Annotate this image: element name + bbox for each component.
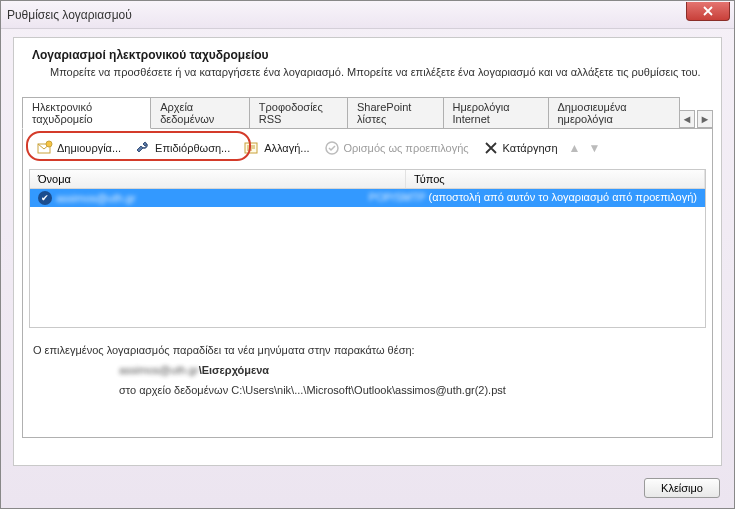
new-mail-icon	[37, 140, 53, 156]
tab-scroll: ◄ ►	[679, 110, 713, 128]
x-icon	[483, 140, 499, 156]
delivery-label: Ο επιλεγμένος λογαριασμός παραδίδει τα ν…	[33, 344, 702, 356]
repair-label: Επιδιόρθωση...	[155, 142, 230, 154]
new-account-label: Δημιουργία...	[57, 142, 121, 154]
content-panel: Λογαριασμοί ηλεκτρονικού ταχυδρομείου Μπ…	[13, 37, 722, 466]
change-label: Αλλαγή...	[264, 142, 309, 154]
delivery-inbox-folder: \Εισερχόμενα	[199, 364, 270, 376]
wrench-icon	[135, 140, 151, 156]
svg-point-1	[46, 141, 52, 147]
move-down-button[interactable]: ▼	[585, 141, 603, 155]
tab-internet-calendars[interactable]: Ημερολόγια Internet	[443, 97, 549, 128]
cell-name: ✔ assimos@uth.gr	[30, 189, 361, 207]
account-type-prefix: POP/SMTP	[369, 191, 429, 203]
remove-button[interactable]: Κατάργηση	[477, 137, 564, 159]
tab-data-files[interactable]: Αρχεία δεδομένων	[150, 97, 250, 128]
new-account-button[interactable]: Δημιουργία...	[31, 137, 127, 159]
cell-type: POP/SMTP (αποστολή από αυτόν το λογαριασ…	[361, 189, 705, 207]
account-name: assimos@uth.gr	[56, 192, 136, 204]
close-dialog-button[interactable]: Κλείσιμο	[644, 478, 720, 498]
check-circle-icon	[324, 140, 340, 156]
move-up-button[interactable]: ▲	[566, 141, 584, 155]
list-body[interactable]: ✔ assimos@uth.gr POP/SMTP (αποστολή από …	[30, 189, 705, 327]
account-type-suffix: (αποστολή από αυτόν το λογαριασμό από πρ…	[429, 191, 697, 203]
delivery-path: στο αρχείο δεδομένων C:\Users\nik\...\Mi…	[119, 384, 702, 396]
toolbar: Δημιουργία... Επιδιόρθωση... Αλλαγή...	[29, 135, 706, 161]
repair-button[interactable]: Επιδιόρθωση...	[129, 137, 236, 159]
tab-scroll-left[interactable]: ◄	[679, 110, 695, 128]
tab-sharepoint[interactable]: SharePoint λίστες	[347, 97, 444, 128]
heading-subtitle: Μπορείτε να προσθέσετε ή να καταργήσετε …	[50, 66, 703, 78]
change-button[interactable]: Αλλαγή...	[238, 137, 315, 159]
col-header-type[interactable]: Τύπος	[406, 170, 705, 188]
titlebar: Ρυθμίσεις λογαριασμού	[1, 1, 734, 29]
set-default-label: Ορισμός ως προεπιλογής	[344, 142, 469, 154]
close-icon	[703, 6, 713, 16]
heading: Λογαριασμοί ηλεκτρονικού ταχυδρομείου Μπ…	[14, 38, 721, 82]
remove-label: Κατάργηση	[503, 142, 558, 154]
footer: Κλείσιμο	[644, 478, 720, 498]
tabstrip: Ηλεκτρονικό ταχυδρομείο Αρχεία δεδομένων…	[22, 106, 713, 128]
account-settings-window: Ρυθμίσεις λογαριασμού Λογαριασμοί ηλεκτρ…	[0, 0, 735, 509]
tab-scroll-right[interactable]: ►	[697, 110, 713, 128]
window-title: Ρυθμίσεις λογαριασμού	[7, 8, 132, 22]
tab-panel-email: Δημιουργία... Επιδιόρθωση... Αλλαγή...	[22, 128, 713, 438]
tab-published-calendars[interactable]: Δημοσιευμένα ημερολόγια	[548, 97, 681, 128]
table-row[interactable]: ✔ assimos@uth.gr POP/SMTP (αποστολή από …	[30, 189, 705, 207]
col-header-name[interactable]: Όνομα	[30, 170, 406, 188]
heading-title: Λογαριασμοί ηλεκτρονικού ταχυδρομείου	[32, 48, 703, 62]
default-check-icon: ✔	[38, 191, 52, 205]
set-default-button: Ορισμός ως προεπιλογής	[318, 137, 475, 159]
tab-rss[interactable]: Τροφοδοσίες RSS	[249, 97, 348, 128]
delivery-inbox: assimos@uth.gr\Εισερχόμενα	[119, 364, 702, 376]
account-list: Όνομα Τύπος ✔ assimos@uth.gr POP/SMTP (α…	[29, 169, 706, 328]
tab-email[interactable]: Ηλεκτρονικό ταχυδρομείο	[22, 97, 151, 129]
list-header: Όνομα Τύπος	[30, 170, 705, 189]
delivery-inbox-account: assimos@uth.gr	[119, 364, 199, 376]
change-icon	[244, 140, 260, 156]
close-button[interactable]	[686, 2, 730, 21]
